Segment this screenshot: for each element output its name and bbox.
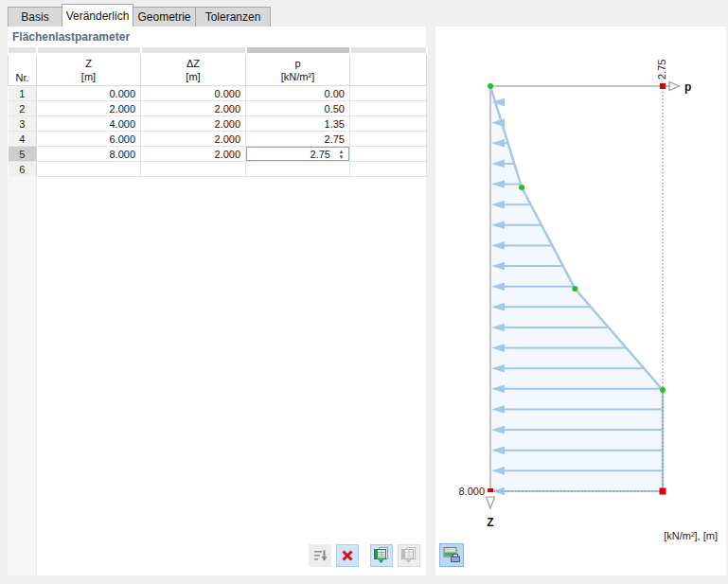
load-diagram: pZ2.758.000[kN/m²], [m]: [435, 27, 726, 575]
sort-rows-button[interactable]: [309, 544, 331, 567]
table-cell[interactable]: 8.000: [37, 147, 141, 162]
table-row: 34.0002.0001.35: [9, 116, 427, 132]
svg-text:[kN/m²], [m]: [kN/m²], [m]: [664, 530, 718, 541]
tab-veraenderlich[interactable]: Veränderlich: [62, 4, 133, 27]
load-diagram-panel: pZ2.758.000[kN/m²], [m]: [435, 27, 726, 575]
corner-header: Nr.: [9, 54, 37, 86]
section-title: Flächenlastparameter: [8, 27, 426, 47]
strip-col-dz[interactable]: [141, 47, 246, 54]
table-cell[interactable]: 1.35: [246, 116, 350, 132]
print-graphic-button[interactable]: [439, 543, 464, 567]
svg-text:Z: Z: [487, 516, 493, 529]
table-cell[interactable]: 2.000: [141, 132, 246, 147]
table-cell-extra[interactable]: [350, 86, 427, 101]
table-cell[interactable]: 2.000: [141, 116, 246, 132]
table-cell[interactable]: 0.000: [37, 86, 141, 101]
cell-spinner[interactable]: ▲▼: [336, 147, 346, 161]
load-parameters-table: Nr. Z [m] ΔZ [m] p [kN/m²] 10.0000.0000.…: [8, 47, 428, 177]
column-selector-strip: [9, 47, 427, 54]
table-cell-extra[interactable]: [350, 132, 427, 147]
table-cell[interactable]: [37, 162, 141, 177]
table-toolbar: [304, 544, 420, 567]
table-row: 10.0000.0000.00: [9, 86, 427, 101]
table-row: 46.0002.0002.75: [9, 132, 427, 147]
table-header-row: Nr. Z [m] ΔZ [m] p [kN/m²]: [9, 54, 427, 86]
table-cell[interactable]: 0.50: [246, 101, 350, 116]
excel-import-button[interactable]: [370, 544, 393, 567]
col-header-p[interactable]: p [kN/m²]: [246, 54, 350, 86]
table-row: 6: [9, 162, 427, 177]
sort-rows-icon: [312, 548, 328, 563]
tab-toleranzen[interactable]: Toleranzen: [195, 7, 271, 27]
table-row: 22.0002.0000.50: [9, 101, 427, 116]
table-cell-extra[interactable]: [350, 147, 427, 162]
table-cell[interactable]: 2.75▲▼: [246, 147, 350, 162]
strip-col-p[interactable]: [246, 47, 350, 54]
row-header[interactable]: 2: [9, 101, 37, 116]
strip-corner[interactable]: [9, 47, 37, 54]
table-cell-extra[interactable]: [350, 116, 427, 132]
col-header-extra: [350, 54, 427, 86]
strip-col-z[interactable]: [37, 47, 141, 54]
row-header[interactable]: 4: [9, 132, 37, 147]
excel-export-button: [398, 544, 420, 567]
table-cell[interactable]: 2.000: [141, 101, 246, 116]
row-header[interactable]: 6: [9, 162, 37, 177]
tab-basis[interactable]: Basis: [8, 7, 62, 27]
table-cell[interactable]: 0.000: [141, 86, 246, 101]
table-cell[interactable]: [246, 162, 350, 177]
table-cell[interactable]: 2.000: [141, 147, 246, 162]
table-cell[interactable]: [141, 162, 246, 177]
table-cell[interactable]: 2.000: [37, 101, 141, 116]
row-header-column-tail: [8, 176, 37, 575]
table-cell-extra[interactable]: [350, 162, 427, 177]
svg-text:2.75: 2.75: [656, 60, 667, 80]
spinner-down-icon[interactable]: ▼: [339, 154, 345, 160]
table-row: 58.0002.0002.75▲▼: [9, 147, 427, 162]
table-cell-extra[interactable]: [350, 101, 427, 116]
svg-text:p: p: [684, 80, 691, 94]
delete-rows-button[interactable]: [336, 544, 359, 567]
table-cell[interactable]: 4.000: [37, 116, 141, 132]
col-header-z[interactable]: Z [m]: [37, 54, 141, 86]
svg-text:8.000: 8.000: [458, 486, 485, 497]
surface-load-parameters-panel: Flächenlastparameter Nr. Z [m] ΔZ: [8, 27, 426, 575]
strip-col-extra[interactable]: [350, 47, 427, 54]
excel-import-icon: [373, 547, 390, 564]
delete-icon: [340, 548, 355, 563]
table-cell[interactable]: 6.000: [37, 132, 141, 147]
selected-cell-value: 2.75: [311, 149, 330, 160]
table-cell[interactable]: 0.00: [246, 86, 350, 101]
tab-bar: Basis Veränderlich Geometrie Toleranzen: [8, 5, 270, 27]
row-header[interactable]: 1: [9, 86, 37, 101]
print-graphic-icon: [443, 546, 461, 564]
excel-export-icon: [400, 547, 417, 564]
row-header[interactable]: 3: [9, 116, 37, 132]
tab-geometrie[interactable]: Geometrie: [133, 7, 196, 27]
table-cell[interactable]: 2.75: [246, 132, 350, 147]
row-header[interactable]: 5: [9, 147, 37, 162]
col-header-dz[interactable]: ΔZ [m]: [141, 54, 246, 86]
